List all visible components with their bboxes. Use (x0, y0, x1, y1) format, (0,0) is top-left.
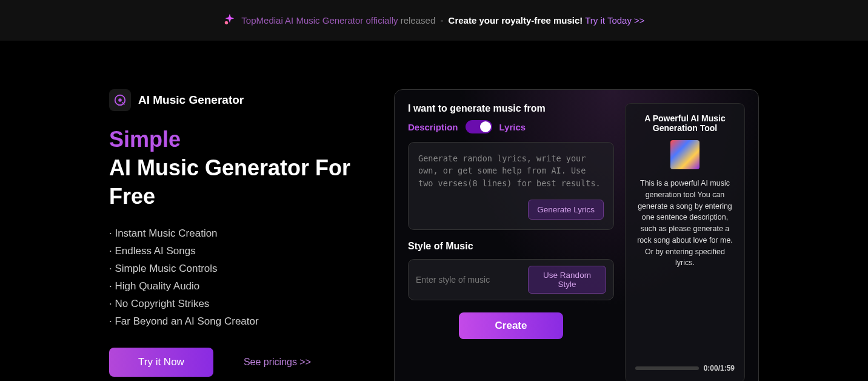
create-button[interactable]: Create (459, 312, 564, 339)
announcement-banner: TopMediai AI Music Generator officially … (0, 0, 868, 41)
feature-item: · Simple Music Controls (109, 260, 370, 278)
info-card: A Powerful AI Music Generation Tool This… (625, 103, 745, 381)
style-of-music-label: Style of Music (408, 241, 614, 252)
hero-section: AI Music Generator Simple AI Music Gener… (109, 89, 370, 381)
svg-point-0 (225, 21, 229, 25)
info-card-thumbnail (670, 140, 699, 169)
feature-item: · Instant Music Creation (109, 225, 370, 243)
hero-title-main: AI Music Generator For Free (109, 155, 350, 209)
lyrics-textarea[interactable] (418, 152, 604, 197)
info-card-title: A Powerful AI Music Generation Tool (635, 113, 735, 133)
feature-item: · High Quality Audio (109, 278, 370, 295)
see-pricings-link[interactable]: See pricings >> (244, 357, 311, 368)
banner-dash: - (435, 15, 448, 25)
feature-item: · Far Beyond an AI Song Creator (109, 313, 370, 331)
style-input-container: Use Random Style (408, 259, 614, 300)
mode-toggle[interactable] (466, 120, 492, 133)
generate-lyrics-button[interactable]: Generate Lyrics (528, 200, 604, 220)
use-random-style-button[interactable]: Use Random Style (528, 266, 606, 294)
svg-point-2 (118, 98, 122, 102)
feature-item: · No Copyright Strikes (109, 295, 370, 313)
feature-item: · Endless AI Songs (109, 243, 370, 260)
banner-create-text: Create your royalty-free music! (449, 15, 583, 25)
app-logo-icon (109, 89, 131, 111)
audio-progress-bar[interactable] (635, 366, 699, 370)
info-card-description: This is a powerful AI music generation t… (635, 178, 735, 356)
hero-title: Simple AI Music Generator For Free (109, 126, 370, 211)
hero-title-accent: Simple (109, 127, 181, 152)
banner-try-link[interactable]: Try it Today >> (583, 15, 644, 25)
banner-product-link[interactable]: TopMediai AI Music Generator officially (241, 15, 400, 25)
toggle-knob (480, 121, 491, 132)
rocket-icon (223, 13, 236, 28)
audio-time-text: 0:00/1:59 (704, 364, 735, 373)
banner-released-text: released (401, 15, 436, 25)
generator-panel: I want to generate music from Descriptio… (394, 89, 759, 381)
lyrics-input-container: Generate Lyrics (408, 142, 614, 230)
app-name: AI Music Generator (138, 93, 244, 107)
style-input[interactable] (416, 275, 522, 285)
mode-description-label[interactable]: Description (408, 122, 458, 132)
try-now-button[interactable]: Try it Now (109, 348, 213, 377)
mode-lyrics-label[interactable]: Lyrics (499, 122, 526, 132)
feature-list: · Instant Music Creation · Endless AI So… (109, 225, 370, 330)
form-intro-label: I want to generate music from (408, 103, 614, 114)
